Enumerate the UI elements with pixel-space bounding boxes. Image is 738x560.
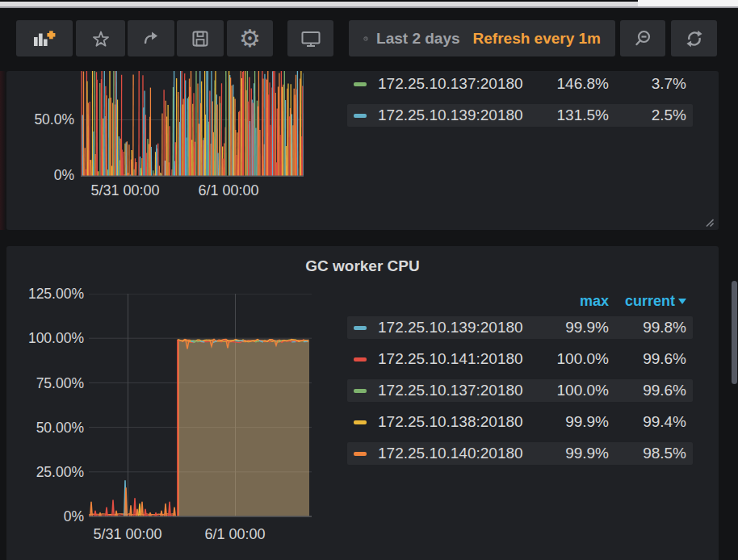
- legend-max-value: 131.5%: [557, 107, 609, 124]
- legend-current-value: 2.5%: [652, 107, 686, 124]
- refresh-interval-label: Refresh every 1m: [473, 30, 601, 48]
- legend-series-name[interactable]: 172.25.10.138:20180: [378, 413, 523, 431]
- x-tick-label: 5/31 00:00: [73, 182, 178, 199]
- dashboard-toolbar: ⚙ Last 2 days Refresh every 1m: [0, 8, 738, 65]
- browser-chrome-strip-left: [0, 2, 638, 8]
- series-color-swatch[interactable]: [354, 326, 367, 330]
- legend-current-value: 99.4%: [643, 413, 686, 431]
- x-tick-label: 5/31 00:00: [75, 526, 180, 542]
- legend-series-name[interactable]: 172.25.10.137:20180: [378, 75, 523, 93]
- share-dashboard-button[interactable]: [128, 20, 174, 56]
- time-range-picker-button[interactable]: Last 2 days Refresh every 1m: [349, 20, 615, 56]
- legend-current-value: 99.6%: [643, 382, 686, 399]
- legend-current-value: 99.8%: [643, 319, 686, 336]
- y-tick-label: 0%: [6, 167, 74, 183]
- browser-chrome-strip: [0, 0, 738, 8]
- adjacent-panel-edge: [0, 71, 6, 230]
- legend-sort-current[interactable]: current: [625, 293, 686, 310]
- series-color-swatch[interactable]: [354, 357, 367, 361]
- legend-table: 172.25.10.139:2018099.9%99.8%172.25.10.1…: [347, 316, 693, 474]
- zoom-out-icon: [633, 29, 652, 48]
- series-color-swatch[interactable]: [354, 420, 367, 424]
- legend-sort-current-label: current: [625, 293, 675, 310]
- legend-series-name[interactable]: 172.25.10.141:20180: [378, 350, 523, 368]
- zoom-out-time-button[interactable]: [620, 20, 665, 56]
- y-tick-label: 125.00%: [6, 286, 84, 302]
- y-tick-label: 25.00%: [6, 464, 84, 480]
- refresh-dashboard-button[interactable]: [671, 20, 717, 56]
- series-color-swatch[interactable]: [354, 389, 367, 393]
- grafana-dashboard: ⚙ Last 2 days Refresh every 1m: [0, 0, 738, 560]
- y-tick-label: 100.00%: [6, 330, 84, 346]
- legend-row[interactable]: 172.25.10.138:2018099.9%99.4%: [347, 411, 693, 433]
- cycle-view-mode-button[interactable]: [287, 20, 333, 56]
- y-tick-label: 50.00%: [6, 420, 84, 436]
- legend-header: max current: [347, 293, 693, 311]
- time-range-label: Last 2 days: [376, 30, 460, 48]
- legend-sort-max[interactable]: max: [580, 293, 609, 310]
- legend-series-name[interactable]: 172.25.10.139:20180: [378, 107, 523, 124]
- settings-gear-icon: ⚙: [239, 27, 261, 51]
- cpu-panel-partial: 50.0% 0% 5/31 00:00 6/1 00:00 172.25.10.…: [6, 71, 719, 230]
- x-tick-label: 6/1 00:00: [176, 182, 281, 199]
- tv-cycle-view-icon: [300, 29, 321, 48]
- legend-table: 172.25.10.137:20180146.8%3.7%172.25.10.1…: [347, 73, 693, 136]
- series-color-swatch[interactable]: [354, 82, 367, 86]
- y-tick-label: 75.00%: [6, 375, 84, 391]
- scrollbar-thumb[interactable]: [732, 281, 737, 384]
- legend-current-value: 98.5%: [643, 445, 686, 462]
- legend-row[interactable]: 172.25.10.137:20180146.8%3.7%: [347, 73, 693, 95]
- share-icon: [141, 29, 161, 48]
- panel-title[interactable]: GC worker CPU: [6, 257, 719, 275]
- gc-worker-cpu-panel: GC worker CPU 125.00% 100.00% 75.00% 50.…: [6, 246, 719, 560]
- save-dashboard-button[interactable]: [177, 20, 224, 56]
- legend-max-value: 100.0%: [557, 382, 609, 399]
- save-icon: [191, 29, 210, 48]
- series-color-swatch[interactable]: [354, 452, 367, 456]
- legend-row[interactable]: 172.25.10.140:2018099.9%98.5%: [347, 442, 693, 465]
- legend-max-value: 99.9%: [565, 319, 609, 336]
- panel-resize-handle[interactable]: [705, 218, 714, 227]
- legend-series-name[interactable]: 172.25.10.137:20180: [378, 382, 523, 399]
- legend-row[interactable]: 172.25.10.137:20180100.0%99.6%: [347, 379, 693, 402]
- legend-max-value: 99.9%: [565, 445, 609, 462]
- star-icon: [91, 29, 111, 48]
- legend-row[interactable]: 172.25.10.141:20180100.0%99.6%: [347, 348, 693, 370]
- add-panel-button[interactable]: [16, 20, 73, 56]
- y-tick-label: 50.0%: [6, 111, 74, 127]
- series-color-swatch[interactable]: [354, 114, 367, 118]
- cpu-chart[interactable]: [81, 71, 304, 177]
- legend-max-value: 146.8%: [557, 75, 609, 93]
- mark-favorite-button[interactable]: [76, 20, 125, 56]
- browser-chrome-strip-right: [638, 0, 738, 8]
- legend-row[interactable]: 172.25.10.139:20180131.5%2.5%: [347, 104, 693, 127]
- gc-worker-cpu-chart[interactable]: [89, 294, 312, 517]
- legend-series-name[interactable]: 172.25.10.139:20180: [378, 319, 523, 336]
- x-tick-label: 6/1 00:00: [182, 526, 287, 542]
- legend-max-value: 99.9%: [565, 413, 609, 431]
- refresh-icon: [685, 29, 704, 48]
- dashboard-settings-button[interactable]: ⚙: [227, 20, 273, 56]
- clock-icon: [363, 29, 368, 48]
- legend-series-name[interactable]: 172.25.10.140:20180: [378, 445, 523, 462]
- add-panel-icon: [33, 29, 56, 48]
- sort-desc-icon: [678, 299, 686, 304]
- legend-current-value: 3.7%: [652, 75, 686, 93]
- legend-row[interactable]: 172.25.10.139:2018099.9%99.8%: [347, 316, 693, 339]
- legend-current-value: 99.6%: [643, 350, 686, 368]
- legend-max-value: 100.0%: [557, 350, 609, 368]
- y-tick-label: 0%: [6, 508, 84, 524]
